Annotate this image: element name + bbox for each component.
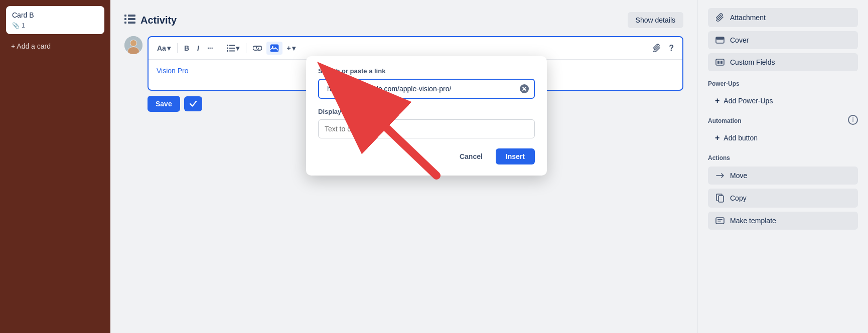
add-card-label: + Add a card (11, 42, 51, 50)
card-attachment: 📎 1 (12, 22, 98, 29)
bold-button[interactable]: B (181, 42, 193, 55)
avatar (124, 36, 142, 54)
link-input[interactable] (324, 80, 520, 98)
left-panel: Card B 📎 1 + Add a card (0, 0, 110, 333)
copy-btn-label: Copy (730, 194, 747, 202)
svg-rect-3 (128, 18, 135, 20)
svg-rect-25 (717, 61, 719, 64)
display-text-label: Display text (optional) (318, 108, 535, 115)
main-content: Activity Show details Aa ▾ B (110, 0, 697, 333)
italic-button[interactable]: I (194, 42, 203, 55)
save-button[interactable]: Save (148, 96, 180, 112)
add-button[interactable]: + ▾ (283, 42, 299, 55)
toolbar-divider-1 (177, 43, 178, 53)
clear-link-button[interactable] (520, 84, 529, 93)
link-input-wrapper (318, 79, 535, 99)
svg-rect-14 (229, 48, 235, 49)
svg-rect-15 (227, 50, 228, 52)
card-b[interactable]: Card B 📎 1 (6, 6, 104, 34)
svg-rect-5 (128, 22, 135, 24)
activity-icon (124, 15, 135, 26)
cover-button[interactable]: Cover (708, 31, 858, 49)
move-button[interactable]: Move (708, 166, 858, 185)
automation-info-icon[interactable]: i (848, 115, 858, 125)
svg-rect-12 (229, 45, 235, 46)
svg-rect-11 (227, 45, 228, 46)
svg-rect-0 (124, 15, 126, 17)
svg-rect-4 (124, 22, 126, 24)
check-button[interactable] (184, 96, 202, 111)
attachment-icon (715, 13, 725, 22)
make-template-icon (715, 217, 725, 224)
insert-button[interactable]: Insert (496, 148, 535, 164)
svg-rect-1 (128, 15, 135, 17)
link-search-label: Search or paste a link (318, 67, 535, 75)
svg-rect-30 (717, 221, 721, 222)
attachment-toolbar-button[interactable] (649, 41, 664, 55)
link-button[interactable] (249, 43, 265, 54)
svg-rect-16 (229, 51, 235, 52)
add-card-button[interactable]: + Add a card (6, 38, 104, 54)
move-icon (715, 172, 725, 179)
help-button[interactable]: ? (665, 41, 677, 55)
font-size-button[interactable]: Aa ▾ (154, 42, 174, 55)
right-sidebar: Attachment Cover Custom Fields Power-Ups… (697, 0, 868, 333)
attachment-icon: 📎 (12, 22, 20, 29)
custom-fields-button[interactable]: Custom Fields (708, 53, 858, 71)
svg-rect-29 (717, 219, 722, 220)
activity-title-group: Activity (124, 15, 177, 26)
attachment-count: 1 (22, 22, 25, 29)
cancel-button[interactable]: Cancel (452, 148, 491, 164)
svg-rect-24 (716, 59, 724, 65)
add-power-ups-button[interactable]: + Add Power-Ups (708, 92, 858, 109)
toolbar-divider-3 (246, 43, 246, 53)
copy-icon (715, 194, 725, 203)
svg-rect-13 (227, 48, 228, 49)
automation-row: Automation i (708, 112, 858, 127)
show-details-button[interactable]: Show details (628, 12, 683, 28)
power-ups-title: Power-Ups (708, 80, 858, 87)
link-dialog-overlay: Search or paste a link Display text (opt… (306, 56, 547, 176)
more-button[interactable]: ··· (204, 42, 217, 55)
dialog-actions: Cancel Insert (318, 148, 535, 164)
activity-title: Activity (140, 15, 177, 26)
cover-btn-label: Cover (730, 36, 749, 44)
svg-rect-27 (718, 196, 724, 202)
editor-link[interactable]: Vision Pro (157, 67, 189, 75)
activity-header: Activity Show details (124, 12, 683, 28)
list-button[interactable]: ▾ (223, 42, 243, 55)
add-button-label: Add button (724, 134, 758, 142)
automation-title: Automation (708, 117, 742, 124)
svg-point-9 (130, 40, 136, 46)
copy-button[interactable]: Copy (708, 189, 858, 208)
add-power-ups-label: Add Power-Ups (724, 97, 773, 105)
make-template-btn-label: Make template (730, 217, 776, 225)
toolbar-divider-2 (220, 43, 220, 53)
link-dialog: Search or paste a link Display text (opt… (306, 56, 547, 176)
actions-title: Actions (708, 154, 858, 161)
custom-fields-icon (715, 59, 725, 66)
svg-rect-2 (124, 18, 126, 20)
move-btn-label: Move (730, 172, 747, 180)
add-button-button[interactable]: + Add button (708, 129, 858, 146)
image-button[interactable] (266, 42, 282, 55)
svg-rect-26 (720, 61, 722, 64)
cover-icon (715, 37, 725, 44)
card-title: Card B (12, 11, 98, 19)
add-button-plus: + (715, 133, 719, 142)
attachment-button[interactable]: Attachment (708, 8, 858, 27)
attachment-btn-label: Attachment (730, 14, 766, 22)
custom-fields-btn-label: Custom Fields (730, 58, 775, 66)
add-power-ups-plus: + (715, 96, 719, 105)
display-text-input[interactable] (318, 119, 535, 138)
svg-rect-23 (716, 37, 724, 40)
make-template-button[interactable]: Make template (708, 212, 858, 230)
